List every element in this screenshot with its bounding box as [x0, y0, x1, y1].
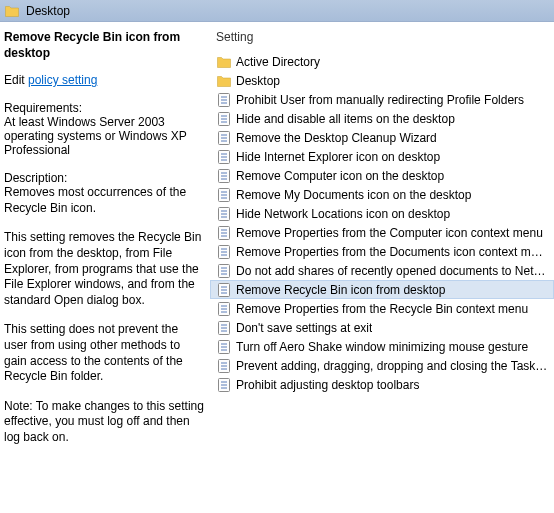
header-bar: Desktop: [0, 0, 554, 22]
setting-item-label: Remove Properties from the Computer icon…: [236, 226, 543, 240]
setting-item-label: Desktop: [236, 74, 280, 88]
description-container: Removes most occurrences of the Recycle …: [4, 185, 204, 445]
setting-policy-item[interactable]: Do not add shares of recently opened doc…: [210, 261, 554, 280]
description-paragraph: Note: To make changes to this setting ef…: [4, 399, 204, 446]
policy-icon: [216, 339, 232, 355]
settings-panel: Setting Active DirectoryDesktopProhibit …: [210, 22, 554, 513]
setting-item-label: Prohibit User from manually redirecting …: [236, 93, 524, 107]
setting-item-label: Turn off Aero Shake window minimizing mo…: [236, 340, 528, 354]
description-label: Description:: [4, 171, 204, 185]
setting-item-label: Remove Properties from the Recycle Bin c…: [236, 302, 528, 316]
column-header-setting[interactable]: Setting: [210, 30, 554, 48]
requirements-label: Requirements:: [4, 101, 204, 115]
setting-item-label: Remove Properties from the Documents ico…: [236, 245, 548, 259]
policy-icon: [216, 92, 232, 108]
setting-item-label: Remove My Documents icon on the desktop: [236, 188, 471, 202]
policy-icon: [216, 282, 232, 298]
setting-folder-item[interactable]: Desktop: [210, 71, 554, 90]
folder-icon: [216, 73, 232, 89]
setting-policy-item[interactable]: Prohibit User from manually redirecting …: [210, 90, 554, 109]
setting-list: Active DirectoryDesktopProhibit User fro…: [210, 48, 554, 394]
policy-icon: [216, 301, 232, 317]
folder-icon: [4, 3, 20, 19]
setting-policy-item[interactable]: Hide Network Locations icon on desktop: [210, 204, 554, 223]
policy-icon: [216, 225, 232, 241]
policy-icon: [216, 111, 232, 127]
description-paragraph: This setting does not prevent the user f…: [4, 322, 204, 384]
policy-title: Remove Recycle Bin icon from desktop: [4, 30, 204, 61]
setting-folder-item[interactable]: Active Directory: [210, 52, 554, 71]
main-split: Remove Recycle Bin icon from desktop Edi…: [0, 22, 554, 513]
setting-policy-item[interactable]: Remove Computer icon on the desktop: [210, 166, 554, 185]
policy-icon: [216, 168, 232, 184]
setting-item-label: Remove the Desktop Cleanup Wizard: [236, 131, 437, 145]
setting-policy-item[interactable]: Remove Properties from the Computer icon…: [210, 223, 554, 242]
policy-icon: [216, 244, 232, 260]
policy-icon: [216, 377, 232, 393]
setting-item-label: Prohibit adjusting desktop toolbars: [236, 378, 419, 392]
policy-icon: [216, 130, 232, 146]
policy-icon: [216, 206, 232, 222]
description-paragraph: Removes most occurrences of the Recycle …: [4, 185, 204, 216]
setting-policy-item[interactable]: Don't save settings at exit: [210, 318, 554, 337]
policy-icon: [216, 149, 232, 165]
setting-policy-item[interactable]: Remove My Documents icon on the desktop: [210, 185, 554, 204]
header-title: Desktop: [26, 4, 70, 18]
setting-item-label: Active Directory: [236, 55, 320, 69]
setting-item-label: Remove Recycle Bin icon from desktop: [236, 283, 445, 297]
edit-line: Edit policy setting: [4, 73, 204, 87]
setting-policy-item[interactable]: Remove Properties from the Documents ico…: [210, 242, 554, 261]
setting-policy-item[interactable]: Remove Properties from the Recycle Bin c…: [210, 299, 554, 318]
setting-item-label: Prevent adding, dragging, dropping and c…: [236, 359, 548, 373]
setting-item-label: Don't save settings at exit: [236, 321, 372, 335]
policy-icon: [216, 358, 232, 374]
policy-icon: [216, 263, 232, 279]
setting-policy-item[interactable]: Turn off Aero Shake window minimizing mo…: [210, 337, 554, 356]
setting-item-label: Hide and disable all items on the deskto…: [236, 112, 455, 126]
setting-policy-item[interactable]: Hide and disable all items on the deskto…: [210, 109, 554, 128]
folder-icon: [216, 54, 232, 70]
edit-policy-link[interactable]: policy setting: [28, 73, 97, 87]
details-panel: Remove Recycle Bin icon from desktop Edi…: [0, 22, 210, 513]
edit-prefix: Edit: [4, 73, 28, 87]
policy-icon: [216, 187, 232, 203]
requirements-text: At least Windows Server 2003 operating s…: [4, 115, 204, 157]
setting-item-label: Remove Computer icon on the desktop: [236, 169, 444, 183]
setting-item-label: Hide Network Locations icon on desktop: [236, 207, 450, 221]
setting-item-label: Hide Internet Explorer icon on desktop: [236, 150, 440, 164]
setting-policy-item[interactable]: Remove Recycle Bin icon from desktop: [210, 280, 554, 299]
setting-policy-item[interactable]: Hide Internet Explorer icon on desktop: [210, 147, 554, 166]
policy-icon: [216, 320, 232, 336]
setting-policy-item[interactable]: Prevent adding, dragging, dropping and c…: [210, 356, 554, 375]
setting-policy-item[interactable]: Remove the Desktop Cleanup Wizard: [210, 128, 554, 147]
setting-item-label: Do not add shares of recently opened doc…: [236, 264, 548, 278]
setting-policy-item[interactable]: Prohibit adjusting desktop toolbars: [210, 375, 554, 394]
description-paragraph: This setting removes the Recycle Bin ico…: [4, 230, 204, 308]
